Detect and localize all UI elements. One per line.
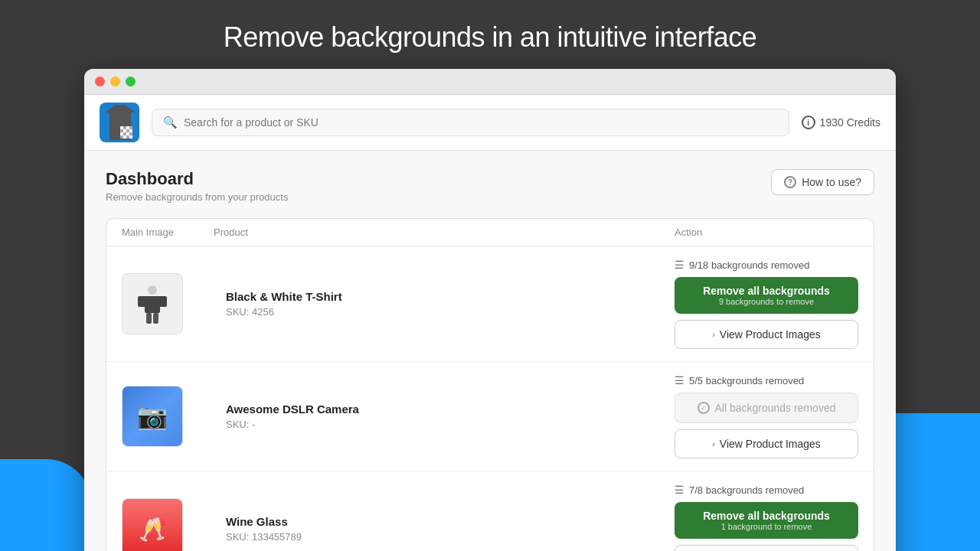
- action-area: ☰ 7/8 backgrounds removed Remove all bac…: [675, 484, 858, 551]
- page-title: Remove backgrounds in an intuitive inter…: [0, 0, 980, 69]
- wine-image: 🥂: [122, 498, 182, 551]
- svg-rect-8: [153, 313, 158, 324]
- close-button[interactable]: [95, 77, 105, 86]
- titlebar: [84, 69, 896, 95]
- list-icon: ☰: [675, 484, 684, 496]
- product-sku: SKU: -: [226, 419, 662, 430]
- remove-all-button[interactable]: Remove all backgrounds 9 backgrounds to …: [675, 277, 858, 314]
- minimize-button[interactable]: [110, 77, 120, 86]
- product-thumbnail: 📷: [122, 386, 183, 447]
- product-name: Awesome DSLR Camera: [226, 403, 662, 416]
- product-info: Black & White T-Shirt SKU: 4256: [214, 290, 675, 318]
- remove-all-label: Remove all backgrounds: [675, 285, 858, 297]
- wine-glass-icon: 🥂: [139, 516, 167, 543]
- search-input[interactable]: [184, 116, 778, 129]
- bg-count: ☰ 7/8 backgrounds removed: [675, 484, 858, 496]
- credits-area: i 1930 Credits: [802, 116, 880, 129]
- all-removed-label: All backgrounds removed: [715, 402, 836, 414]
- dashboard-subtitle: Remove backgrounds from your products: [106, 191, 288, 203]
- checkmark-icon: ✓: [697, 402, 710, 414]
- action-area: ☰ 9/18 backgrounds removed Remove all ba…: [675, 259, 858, 349]
- remove-all-label: Remove all backgrounds: [675, 510, 858, 522]
- product-sku: SKU: 4256: [226, 306, 662, 318]
- products-table: Main Image Product Action: [106, 218, 874, 551]
- how-to-button[interactable]: ? How to use?: [771, 169, 874, 195]
- product-name: Black & White T-Shirt: [226, 290, 662, 303]
- view-product-images-button[interactable]: › View Product Images: [675, 320, 858, 349]
- view-product-images-button[interactable]: › View Product Images: [675, 429, 858, 458]
- bg-count-label: 5/5 backgrounds removed: [689, 375, 804, 386]
- credits-label: 1930 Credits: [820, 116, 880, 129]
- product-thumbnail: 🥂: [122, 498, 183, 551]
- view-product-images-button[interactable]: › View Product Images: [675, 545, 858, 551]
- search-bar[interactable]: 🔍: [152, 109, 789, 136]
- camera-icon: 📷: [137, 402, 168, 431]
- svg-point-3: [148, 285, 157, 295]
- bg-count: ☰ 5/5 backgrounds removed: [675, 374, 858, 386]
- product-thumbnail: [122, 273, 183, 334]
- product-sku: SKU: 133455789: [226, 531, 662, 543]
- maximize-button[interactable]: [126, 77, 136, 86]
- view-images-label: View Product Images: [720, 438, 821, 450]
- product-name: Wine Glass: [226, 515, 662, 528]
- bg-count: ☰ 9/18 backgrounds removed: [675, 259, 858, 271]
- table-header: Main Image Product Action: [106, 219, 874, 246]
- bg-count-label: 7/8 backgrounds removed: [689, 484, 804, 496]
- table-row: 🥂 Wine Glass SKU: 133455789 ☰ 7/8 backgr…: [106, 471, 874, 551]
- svg-rect-5: [138, 296, 147, 307]
- remove-all-sub-label: 9 backgrounds to remove: [675, 297, 858, 306]
- how-to-label: How to use?: [802, 176, 861, 188]
- col-product: Product: [214, 227, 675, 238]
- table-row: 📷 Awesome DSLR Camera SKU: - ☰ 5/5 backg…: [106, 362, 874, 471]
- app-content: Dashboard Remove backgrounds from your p…: [84, 151, 896, 551]
- col-action: Action: [675, 227, 858, 238]
- table-row: Black & White T-Shirt SKU: 4256 ☰ 9/18 b…: [106, 246, 874, 362]
- list-icon: ☰: [675, 259, 684, 271]
- bg-count-label: 9/18 backgrounds removed: [689, 259, 810, 271]
- app-window: 🔍 i 1930 Credits Dashboard Remove backgr…: [84, 69, 896, 551]
- credits-icon: i: [802, 116, 815, 129]
- dashboard-header: Dashboard Remove backgrounds from your p…: [106, 169, 874, 203]
- app-header: 🔍 i 1930 Credits: [84, 95, 896, 151]
- list-icon: ☰: [675, 374, 684, 386]
- svg-rect-7: [146, 313, 152, 324]
- search-icon: 🔍: [163, 116, 178, 129]
- help-icon: ?: [784, 176, 796, 188]
- product-info: Wine Glass SKU: 133455789: [214, 515, 675, 543]
- tshirt-image: [125, 276, 180, 331]
- chevron-right-icon: ›: [712, 330, 715, 339]
- camera-image: 📷: [122, 386, 182, 447]
- action-area: ☰ 5/5 backgrounds removed ✓ All backgrou…: [675, 374, 858, 458]
- col-main-image: Main Image: [122, 227, 214, 238]
- view-images-label: View Product Images: [720, 328, 821, 341]
- decorative-blob-left: [0, 459, 92, 551]
- chevron-right-icon: ›: [712, 439, 715, 448]
- svg-rect-6: [158, 296, 167, 307]
- dashboard-title: Dashboard: [106, 169, 288, 189]
- remove-all-sub-label: 1 background to remove: [675, 522, 858, 531]
- app-logo: [100, 103, 139, 142]
- checkerboard-icon: [120, 126, 132, 139]
- remove-all-button[interactable]: Remove all backgrounds 1 background to r…: [675, 502, 858, 539]
- product-info: Awesome DSLR Camera SKU: -: [214, 403, 675, 430]
- all-backgrounds-removed-indicator: ✓ All backgrounds removed: [675, 393, 858, 423]
